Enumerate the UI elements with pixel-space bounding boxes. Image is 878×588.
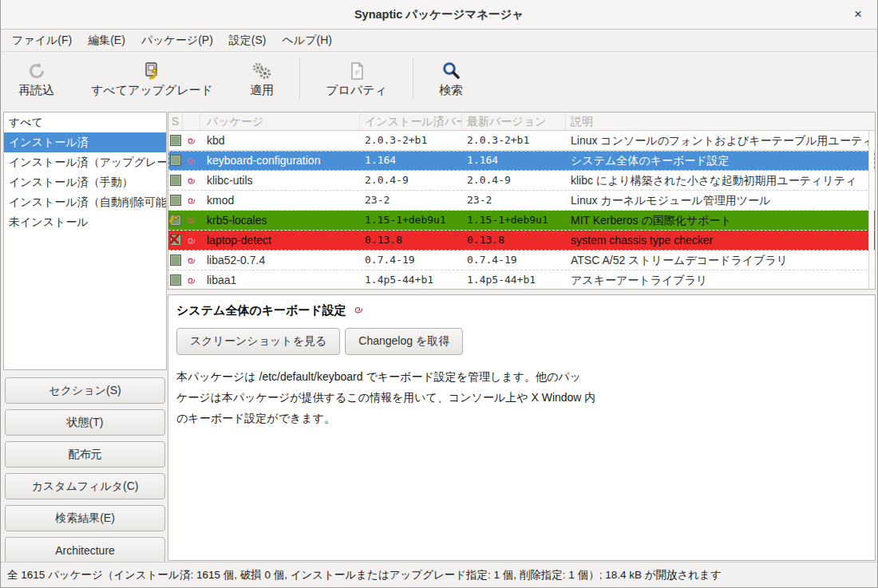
- column-header-status[interactable]: S: [168, 112, 183, 130]
- table-header: S パッケージ インストール済バージョン 最新バージョン 説明: [168, 112, 875, 131]
- installed-checkbox-icon: [170, 255, 181, 266]
- package-name: krb5-locales: [200, 211, 360, 230]
- debian-swirl-icon: [183, 270, 200, 290]
- table-row[interactable]: klibc-utils 2.0.4-9 2.0.4-9 klibc により構築さ…: [168, 171, 875, 191]
- sections-button[interactable]: セクション(S): [5, 377, 165, 404]
- reload-icon: [26, 59, 47, 81]
- table-scrollbar[interactable]: [868, 131, 874, 288]
- details-title: システム全体のキーボード設定: [176, 303, 346, 318]
- search-icon: [441, 59, 461, 81]
- installed-checkbox-icon: [170, 135, 181, 146]
- search-results-button[interactable]: 検索結果(E): [5, 505, 165, 531]
- details-description: 本パッケージは /etc/default/keyboard でキーボード設定を管…: [168, 355, 875, 428]
- status-cell: [168, 191, 183, 210]
- menu-settings[interactable]: 設定(S): [221, 30, 275, 51]
- menu-package[interactable]: パッケージ(P): [133, 30, 221, 51]
- architecture-button[interactable]: Architecture: [5, 537, 165, 563]
- menu-file[interactable]: ファイル(F): [4, 30, 80, 51]
- filter-item-installed[interactable]: インストール済: [4, 132, 166, 152]
- installed-version: 0.7.4-19: [360, 251, 462, 270]
- apply-button[interactable]: 適用: [245, 56, 279, 101]
- table-row[interactable]: liba52-0.7.4 0.7.4-19 0.7.4-19 ATSC A/52…: [168, 251, 875, 270]
- package-description: MIT Kerberos の国際化サポート: [566, 211, 875, 230]
- latest-version: 0.13.8: [462, 231, 566, 250]
- installed-version: 2.0.4-9: [360, 171, 462, 190]
- package-description: アスキーアートライブラリ: [566, 270, 875, 290]
- installed-checkbox-icon: [170, 175, 181, 186]
- column-header-latest-version[interactable]: 最新バージョン: [462, 112, 566, 130]
- filter-item-not-installed[interactable]: 未インストール: [4, 212, 166, 232]
- reload-button[interactable]: 再読込: [14, 56, 59, 101]
- properties-button[interactable]: プロパティ: [321, 56, 392, 101]
- package-name: kmod: [200, 191, 360, 210]
- apply-label: 適用: [250, 83, 274, 98]
- latest-version: 1.4p5-44+b1: [462, 270, 566, 290]
- package-description: Linux カーネルモジュール管理用ツール: [566, 191, 875, 210]
- debian-swirl-icon: [183, 251, 200, 270]
- installed-version: 23-2: [360, 191, 462, 210]
- package-name: laptop-detect: [200, 231, 360, 250]
- installed-version: 1.164: [360, 151, 462, 170]
- filter-item-installed-manual[interactable]: インストール済（手動）: [4, 172, 166, 192]
- installed-version: 1.4p5-44+b1: [360, 270, 462, 290]
- view-screenshot-button[interactable]: スクリーンショットを見る: [176, 328, 340, 355]
- debian-swirl-icon: [183, 151, 200, 170]
- synaptic-window: Synaptic パッケージマネージャ × ファイル(F) 編集(E) パッケー…: [0, 0, 878, 588]
- table-row[interactable]: kbd 2.0.3-2+b1 2.0.3-2+b1 Linux コンソールのフォ…: [168, 131, 875, 151]
- filter-item-all[interactable]: すべて: [4, 112, 166, 132]
- upgrade-all-button[interactable]: すべてアップグレード: [86, 56, 218, 101]
- installed-version: 1.15-1+deb9u1: [360, 211, 462, 230]
- package-description: system chassis type checker: [566, 231, 875, 250]
- installed-checkbox-icon: [170, 195, 181, 206]
- statusbar: 全 1615 パッケージ（インストール済: 1615 個, 破損 0 個, イン…: [1, 562, 877, 587]
- debian-swirl-icon: [183, 171, 200, 190]
- origin-button[interactable]: 配布元: [5, 441, 165, 468]
- table-row-marked-remove[interactable]: laptop-detect 0.13.8 0.13.8 system chass…: [168, 231, 875, 251]
- menu-help[interactable]: ヘルプ(H): [275, 30, 340, 51]
- status-cell: [168, 231, 183, 250]
- menu-edit[interactable]: 編集(E): [80, 30, 133, 51]
- menubar: ファイル(F) 編集(E) パッケージ(P) 設定(S) ヘルプ(H): [1, 30, 877, 52]
- get-changelog-button[interactable]: Changelog を取得: [345, 328, 463, 355]
- column-header-package[interactable]: パッケージ: [200, 112, 360, 130]
- package-table: S パッケージ インストール済バージョン 最新バージョン 説明 kbd 2.0.…: [168, 112, 876, 290]
- table-row-selected[interactable]: keyboard-configuration 1.164 1.164 システム全…: [168, 151, 875, 171]
- package-description: システム全体のキーボード設定: [566, 151, 875, 170]
- package-description: Linux コンソールのフォントおよびキーテーブル用ユーティリティ: [566, 131, 875, 150]
- package-name: keyboard-configuration: [200, 151, 360, 170]
- upgrade-all-icon: [142, 59, 163, 81]
- statusbar-text: 全 1615 パッケージ（インストール済: 1615 個, 破損 0 個, イン…: [7, 568, 722, 582]
- debian-swirl-icon: [183, 131, 200, 150]
- latest-version: 2.0.4-9: [462, 171, 566, 190]
- filter-item-installed-autoremovable[interactable]: インストール済（自動削除可能）: [4, 192, 166, 212]
- details-description-line: のキーボード設定ができます。: [176, 408, 875, 428]
- toolbar-separator: [299, 57, 300, 99]
- installed-checkbox-icon: [170, 274, 181, 286]
- status-cell: [168, 131, 183, 150]
- package-description: klibc により構築された小さな起動初期用ユーティリティ: [566, 171, 875, 190]
- details-description-line: 本パッケージは /etc/default/keyboard でキーボード設定を管…: [176, 366, 875, 387]
- filter-item-installed-upgradable[interactable]: インストール済（アップグレード可）: [4, 152, 166, 172]
- reload-label: 再読込: [18, 83, 54, 98]
- installed-version: 2.0.3-2+b1: [360, 131, 462, 150]
- installed-checkbox-icon: [170, 155, 181, 166]
- table-row[interactable]: kmod 23-2 23-2 Linux カーネルモジュール管理用ツール: [168, 191, 875, 211]
- package-name: kbd: [200, 131, 360, 150]
- table-row[interactable]: libaa1 1.4p5-44+b1 1.4p5-44+b1 アスキーアートライ…: [168, 270, 875, 290]
- column-header-icon[interactable]: [183, 112, 200, 130]
- column-header-description[interactable]: 説明: [566, 112, 875, 130]
- status-cell: [168, 151, 183, 170]
- search-label: 検索: [439, 83, 463, 98]
- custom-filters-button[interactable]: カスタムフィルタ(C): [5, 473, 165, 499]
- close-icon[interactable]: ×: [850, 6, 866, 22]
- column-header-installed-version[interactable]: インストール済バージョン: [360, 112, 462, 130]
- latest-version: 23-2: [462, 191, 566, 210]
- debian-swirl-icon: [183, 191, 200, 210]
- status-button[interactable]: 状態(T): [5, 409, 165, 436]
- search-button[interactable]: 検索: [434, 56, 468, 101]
- package-name: klibc-utils: [200, 171, 360, 190]
- table-row-marked-upgrade[interactable]: krb5-locales 1.15-1+deb9u1 1.15-1+deb9u1…: [168, 211, 875, 231]
- status-cell: [168, 270, 183, 290]
- toolbar-separator: [413, 57, 413, 99]
- properties-icon: [346, 59, 367, 81]
